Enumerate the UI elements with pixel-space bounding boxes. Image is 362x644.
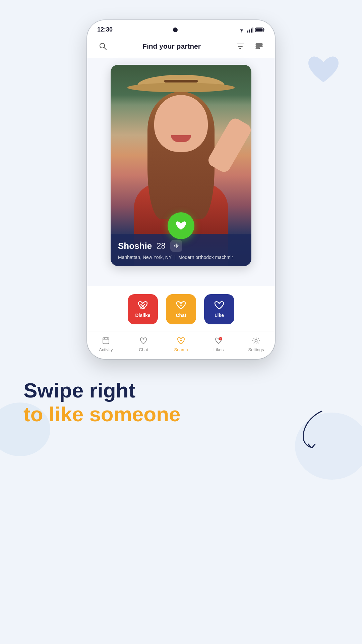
svg-point-14 xyxy=(180,305,182,306)
status-icons xyxy=(238,27,265,33)
profile-name: Shoshie xyxy=(118,241,152,251)
phone-wrapper: 12:30 xyxy=(0,0,362,359)
nav-item-chat[interactable]: Chat xyxy=(130,336,157,352)
settings-label: Settings xyxy=(248,347,264,352)
action-buttons: Dislike Chat Like xyxy=(87,286,275,331)
like-icon xyxy=(214,301,225,311)
arrow-decoration xyxy=(298,408,328,449)
phone-frame: 12:30 xyxy=(87,20,275,359)
description-text: Modern orthodox machmir xyxy=(178,255,233,260)
likes-label: Likes xyxy=(214,347,224,352)
settings-nav-icon xyxy=(251,336,261,345)
svg-line-8 xyxy=(104,47,106,50)
svg-rect-11 xyxy=(256,48,260,49)
profile-age: 28 xyxy=(157,241,166,251)
like-button[interactable]: Like xyxy=(204,294,234,324)
card-stack[interactable]: Shoshie 28 Manhattan, New York, NY | Mod xyxy=(87,58,275,286)
chat-nav-icon xyxy=(139,336,148,345)
face xyxy=(154,95,208,152)
activity-icon xyxy=(102,336,110,345)
dislike-icon xyxy=(137,301,148,311)
svg-text:+: + xyxy=(220,338,221,340)
curved-arrow xyxy=(298,408,328,448)
tagline-line1: Swipe right xyxy=(23,379,339,402)
nav-item-search[interactable]: Search xyxy=(168,336,194,352)
profile-card[interactable]: Shoshie 28 Manhattan, New York, NY | Mod xyxy=(111,65,251,266)
location-separator: | xyxy=(174,255,176,260)
nav-item-activity[interactable]: Activity xyxy=(93,336,119,352)
svg-rect-10 xyxy=(256,46,262,47)
dislike-label: Dislike xyxy=(135,313,150,318)
dislike-button[interactable]: Dislike xyxy=(128,294,158,324)
mute-button[interactable] xyxy=(170,240,182,252)
nav-item-likes[interactable]: + Likes xyxy=(205,336,232,352)
nav-action-icons xyxy=(234,40,265,53)
battery-icon xyxy=(255,27,265,33)
chat-icon xyxy=(175,301,187,311)
svg-point-0 xyxy=(241,31,242,32)
svg-rect-3 xyxy=(251,29,252,33)
search-nav-button[interactable] xyxy=(97,40,109,53)
like-overlay xyxy=(168,212,194,239)
activity-nav-icon xyxy=(101,336,111,345)
location-text: Manhattan, New York, NY xyxy=(118,255,172,260)
chat-label: Chat xyxy=(176,313,186,318)
filter-icon xyxy=(236,42,245,51)
like-heart-icon xyxy=(175,220,187,231)
filter-button[interactable] xyxy=(234,40,247,53)
svg-rect-15 xyxy=(103,338,109,344)
camera-dot xyxy=(173,28,178,32)
hat xyxy=(137,75,225,88)
search-icon xyxy=(99,42,107,51)
svg-rect-1 xyxy=(247,31,248,33)
svg-point-22 xyxy=(255,340,257,342)
mute-icon xyxy=(173,243,179,249)
nav-item-settings[interactable]: Settings xyxy=(243,336,269,352)
tagline-line2: to like someone xyxy=(23,402,339,427)
status-time: 12:30 xyxy=(97,26,113,33)
chat-nav-icon-svg xyxy=(139,336,148,345)
profile-lines-button[interactable] xyxy=(253,40,265,53)
likes-nav-icon: + xyxy=(214,336,223,345)
svg-rect-9 xyxy=(256,44,262,45)
settings-icon xyxy=(252,336,260,345)
like-label: Like xyxy=(215,313,224,318)
svg-point-19 xyxy=(180,340,182,341)
page-title: Find your partner xyxy=(142,42,201,50)
chat-nav-label: Chat xyxy=(139,347,148,352)
svg-rect-6 xyxy=(256,28,262,31)
chat-button[interactable]: Chat xyxy=(166,294,196,324)
search-active-icon xyxy=(176,336,186,345)
status-bar: 12:30 xyxy=(87,20,275,37)
card-location: Manhattan, New York, NY | Modern orthodo… xyxy=(118,255,244,260)
search-nav-label: Search xyxy=(174,347,188,352)
signal-icon xyxy=(247,27,253,33)
bottom-nav: Activity Chat Search xyxy=(87,331,275,359)
likes-icon: + xyxy=(214,336,223,345)
profile-lines-icon xyxy=(255,42,263,51)
svg-rect-2 xyxy=(249,30,250,33)
search-nav-icon xyxy=(176,336,186,345)
activity-label: Activity xyxy=(99,347,113,352)
card-name-row: Shoshie 28 xyxy=(118,240,244,252)
wifi-icon xyxy=(238,27,245,33)
svg-rect-4 xyxy=(252,28,253,33)
top-nav: Find your partner xyxy=(87,37,275,58)
